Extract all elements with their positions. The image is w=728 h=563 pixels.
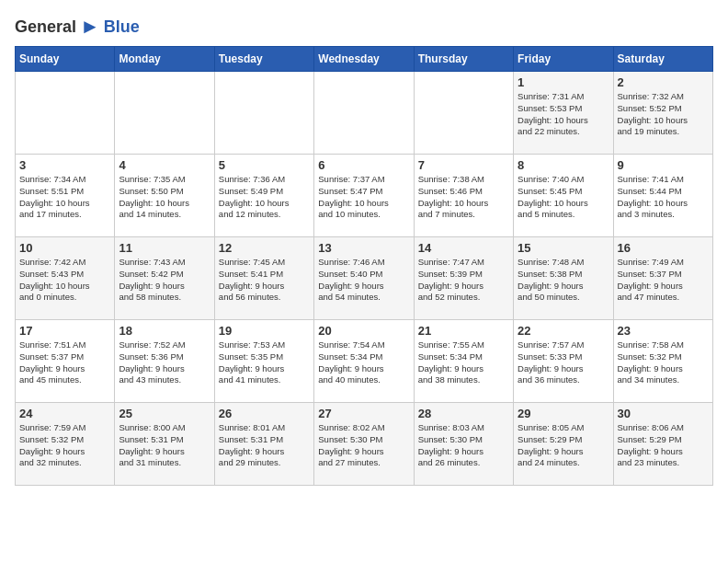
calendar-cell: 17Sunrise: 7:51 AMSunset: 5:37 PMDayligh… [16, 320, 115, 403]
calendar-cell [16, 72, 115, 155]
week-row-5: 24Sunrise: 7:59 AMSunset: 5:32 PMDayligh… [16, 403, 713, 486]
day-number: 19 [219, 324, 310, 338]
day-number: 8 [518, 158, 609, 172]
day-number: 3 [19, 158, 110, 172]
logo: General ► Blue [15, 15, 140, 39]
cell-info: Sunrise: 7:51 AMSunset: 5:37 PMDaylight:… [19, 339, 110, 386]
day-number: 23 [618, 324, 709, 338]
day-number: 4 [119, 158, 210, 172]
cell-info: Sunrise: 7:40 AMSunset: 5:45 PMDaylight:… [518, 174, 609, 221]
weekday-header-wednesday: Wednesday [314, 47, 414, 72]
cell-info: Sunrise: 7:36 AMSunset: 5:49 PMDaylight:… [219, 174, 310, 221]
cell-info: Sunrise: 7:46 AMSunset: 5:40 PMDaylight:… [318, 257, 409, 304]
calendar-cell: 14Sunrise: 7:47 AMSunset: 5:39 PMDayligh… [414, 237, 513, 320]
day-number: 27 [318, 407, 409, 420]
cell-info: Sunrise: 7:59 AMSunset: 5:32 PMDaylight:… [19, 422, 110, 469]
cell-info: Sunrise: 8:01 AMSunset: 5:31 PMDaylight:… [219, 422, 310, 469]
cell-info: Sunrise: 8:03 AMSunset: 5:30 PMDaylight:… [418, 422, 509, 469]
calendar-cell: 3Sunrise: 7:34 AMSunset: 5:51 PMDaylight… [16, 155, 115, 237]
cell-info: Sunrise: 7:58 AMSunset: 5:32 PMDaylight:… [618, 339, 709, 386]
calendar-cell: 12Sunrise: 7:45 AMSunset: 5:41 PMDayligh… [214, 237, 313, 320]
cell-info: Sunrise: 8:05 AMSunset: 5:29 PMDaylight:… [518, 422, 609, 469]
calendar-cell: 13Sunrise: 7:46 AMSunset: 5:40 PMDayligh… [314, 237, 414, 320]
logo-icon: ► [80, 15, 100, 39]
cell-info: Sunrise: 7:55 AMSunset: 5:34 PMDaylight:… [418, 339, 509, 386]
day-number: 10 [19, 241, 110, 255]
day-number: 14 [418, 241, 509, 255]
day-number: 5 [219, 158, 310, 172]
calendar-cell: 22Sunrise: 7:57 AMSunset: 5:33 PMDayligh… [514, 320, 613, 403]
day-number: 24 [19, 407, 110, 420]
day-number: 7 [418, 158, 509, 172]
cell-info: Sunrise: 7:53 AMSunset: 5:35 PMDaylight:… [219, 339, 310, 386]
calendar-cell [314, 72, 414, 155]
day-number: 11 [119, 241, 210, 255]
calendar-cell: 11Sunrise: 7:43 AMSunset: 5:42 PMDayligh… [115, 237, 214, 320]
day-number: 22 [518, 324, 609, 338]
calendar-cell: 30Sunrise: 8:06 AMSunset: 5:29 PMDayligh… [613, 403, 712, 486]
week-row-2: 3Sunrise: 7:34 AMSunset: 5:51 PMDaylight… [16, 155, 713, 237]
cell-info: Sunrise: 7:54 AMSunset: 5:34 PMDaylight:… [318, 339, 409, 386]
day-number: 26 [219, 407, 310, 420]
calendar-cell: 5Sunrise: 7:36 AMSunset: 5:49 PMDaylight… [214, 155, 313, 237]
cell-info: Sunrise: 7:38 AMSunset: 5:46 PMDaylight:… [418, 174, 509, 221]
cell-info: Sunrise: 8:02 AMSunset: 5:30 PMDaylight:… [318, 422, 409, 469]
day-number: 17 [19, 324, 110, 338]
calendar-cell: 2Sunrise: 7:32 AMSunset: 5:52 PMDaylight… [613, 72, 712, 155]
calendar-cell [214, 72, 313, 155]
calendar-cell: 25Sunrise: 8:00 AMSunset: 5:31 PMDayligh… [115, 403, 214, 486]
calendar-cell [414, 72, 513, 155]
calendar-cell: 8Sunrise: 7:40 AMSunset: 5:45 PMDaylight… [514, 155, 613, 237]
weekday-header-thursday: Thursday [414, 47, 513, 72]
cell-info: Sunrise: 7:41 AMSunset: 5:44 PMDaylight:… [618, 174, 709, 221]
weekday-header-friday: Friday [514, 47, 613, 72]
page-header: General ► Blue [15, 15, 713, 39]
logo-blue-text: Blue [104, 17, 140, 37]
calendar-cell: 19Sunrise: 7:53 AMSunset: 5:35 PMDayligh… [214, 320, 313, 403]
calendar-cell: 16Sunrise: 7:49 AMSunset: 5:37 PMDayligh… [613, 237, 712, 320]
cell-info: Sunrise: 7:35 AMSunset: 5:50 PMDaylight:… [119, 174, 210, 221]
calendar-cell: 24Sunrise: 7:59 AMSunset: 5:32 PMDayligh… [16, 403, 115, 486]
weekday-header-row: SundayMondayTuesdayWednesdayThursdayFrid… [16, 47, 713, 72]
day-number: 13 [318, 241, 409, 255]
weekday-header-tuesday: Tuesday [214, 47, 313, 72]
day-number: 2 [618, 75, 709, 89]
day-number: 1 [518, 75, 609, 89]
calendar-cell: 10Sunrise: 7:42 AMSunset: 5:43 PMDayligh… [16, 237, 115, 320]
cell-info: Sunrise: 8:06 AMSunset: 5:29 PMDaylight:… [618, 422, 709, 469]
calendar-cell: 21Sunrise: 7:55 AMSunset: 5:34 PMDayligh… [414, 320, 513, 403]
day-number: 6 [318, 158, 409, 172]
day-number: 20 [318, 324, 409, 338]
logo-general-text: General [15, 17, 76, 37]
cell-info: Sunrise: 7:49 AMSunset: 5:37 PMDaylight:… [618, 257, 709, 304]
cell-info: Sunrise: 7:57 AMSunset: 5:33 PMDaylight:… [518, 339, 609, 386]
calendar-cell: 26Sunrise: 8:01 AMSunset: 5:31 PMDayligh… [214, 403, 313, 486]
day-number: 9 [618, 158, 709, 172]
cell-info: Sunrise: 7:42 AMSunset: 5:43 PMDaylight:… [19, 257, 110, 304]
day-number: 21 [418, 324, 509, 338]
cell-info: Sunrise: 8:00 AMSunset: 5:31 PMDaylight:… [119, 422, 210, 469]
day-number: 15 [518, 241, 609, 255]
week-row-4: 17Sunrise: 7:51 AMSunset: 5:37 PMDayligh… [16, 320, 713, 403]
calendar-cell: 27Sunrise: 8:02 AMSunset: 5:30 PMDayligh… [314, 403, 414, 486]
calendar-cell: 1Sunrise: 7:31 AMSunset: 5:53 PMDaylight… [514, 72, 613, 155]
cell-info: Sunrise: 7:37 AMSunset: 5:47 PMDaylight:… [318, 174, 409, 221]
cell-info: Sunrise: 7:52 AMSunset: 5:36 PMDaylight:… [119, 339, 210, 386]
week-row-3: 10Sunrise: 7:42 AMSunset: 5:43 PMDayligh… [16, 237, 713, 320]
calendar-cell: 6Sunrise: 7:37 AMSunset: 5:47 PMDaylight… [314, 155, 414, 237]
day-number: 28 [418, 407, 509, 420]
day-number: 16 [618, 241, 709, 255]
day-number: 30 [618, 407, 709, 420]
calendar-cell: 9Sunrise: 7:41 AMSunset: 5:44 PMDaylight… [613, 155, 712, 237]
week-row-1: 1Sunrise: 7:31 AMSunset: 5:53 PMDaylight… [16, 72, 713, 155]
weekday-header-saturday: Saturday [613, 47, 712, 72]
calendar-cell: 28Sunrise: 8:03 AMSunset: 5:30 PMDayligh… [414, 403, 513, 486]
cell-info: Sunrise: 7:47 AMSunset: 5:39 PMDaylight:… [418, 257, 509, 304]
calendar-cell: 20Sunrise: 7:54 AMSunset: 5:34 PMDayligh… [314, 320, 414, 403]
weekday-header-monday: Monday [115, 47, 214, 72]
calendar-cell [115, 72, 214, 155]
cell-info: Sunrise: 7:34 AMSunset: 5:51 PMDaylight:… [19, 174, 110, 221]
day-number: 29 [518, 407, 609, 420]
day-number: 25 [119, 407, 210, 420]
cell-info: Sunrise: 7:45 AMSunset: 5:41 PMDaylight:… [219, 257, 310, 304]
